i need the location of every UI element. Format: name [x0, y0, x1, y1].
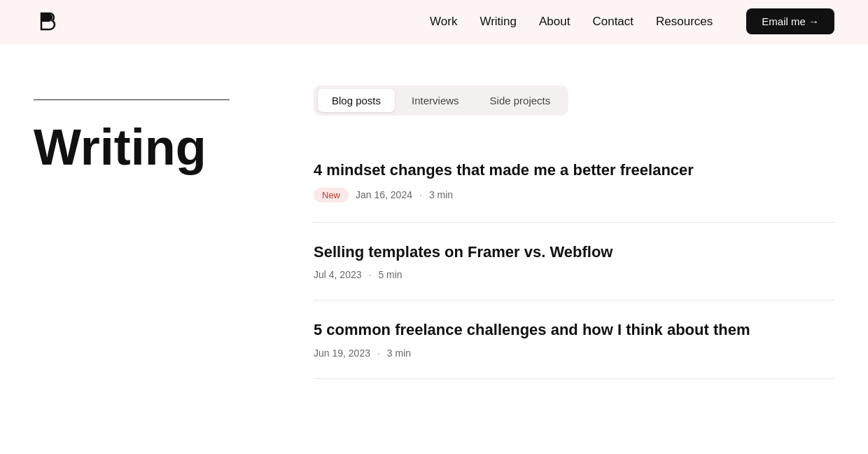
sidebar-divider — [34, 99, 230, 100]
logo[interactable] — [34, 8, 60, 35]
post-meta: Jul 4, 2023 · 5 min — [314, 269, 834, 280]
post-read-time: 3 min — [387, 348, 411, 359]
email-button[interactable]: Email me → — [746, 8, 834, 34]
post-date: Jul 4, 2023 — [314, 269, 362, 280]
tab-bar: Blog posts Interviews Side projects — [314, 85, 568, 116]
post-title: 4 mindset changes that made me a better … — [314, 160, 834, 181]
main-content: Blog posts Interviews Side projects 4 mi… — [300, 43, 834, 379]
post-item[interactable]: 5 common freelance challenges and how I … — [314, 301, 834, 379]
nav-resources[interactable]: Resources — [656, 15, 713, 29]
nav-writing[interactable]: Writing — [479, 15, 517, 29]
nav-contact[interactable]: Contact — [592, 15, 634, 29]
site-header: Work Writing About Contact Resources Ema… — [0, 0, 868, 43]
nav-work[interactable]: Work — [430, 15, 457, 29]
dot-separator: · — [419, 189, 422, 200]
dot-separator: · — [377, 348, 380, 359]
post-read-time: 3 min — [429, 189, 453, 200]
post-date: Jan 16, 2024 — [356, 189, 412, 200]
sidebar: Writing — [34, 43, 300, 379]
tab-blog-posts[interactable]: Blog posts — [318, 89, 395, 112]
badge-new: New — [314, 188, 349, 202]
post-read-time: 5 min — [378, 269, 402, 280]
post-title: Selling templates on Framer vs. Webflow — [314, 242, 834, 263]
tab-side-projects[interactable]: Side projects — [476, 89, 565, 112]
nav-about[interactable]: About — [539, 15, 570, 29]
post-title: 5 common freelance challenges and how I … — [314, 320, 834, 340]
post-list: 4 mindset changes that made me a better … — [314, 141, 834, 379]
post-item[interactable]: Selling templates on Framer vs. Webflow … — [314, 223, 834, 301]
post-meta: New Jan 16, 2024 · 3 min — [314, 188, 834, 202]
logo-icon — [34, 8, 60, 35]
post-date: Jun 19, 2023 — [314, 348, 370, 359]
page-title: Writing — [34, 120, 300, 175]
dot-separator: · — [369, 269, 372, 280]
main-container: Writing Blog posts Interviews Side proje… — [0, 43, 868, 379]
post-meta: Jun 19, 2023 · 3 min — [314, 348, 834, 359]
main-nav: Work Writing About Contact Resources Ema… — [430, 8, 834, 34]
tab-interviews[interactable]: Interviews — [398, 89, 473, 112]
post-item[interactable]: 4 mindset changes that made me a better … — [314, 141, 834, 223]
